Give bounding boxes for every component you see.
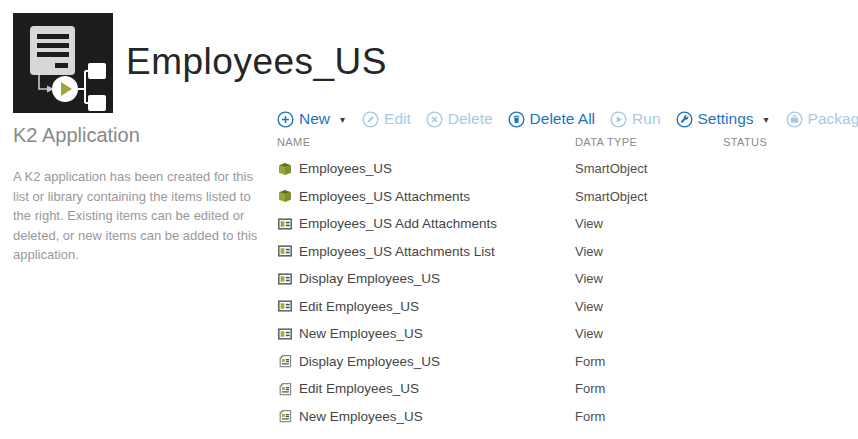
item-name: Employees_US Add Attachments	[299, 216, 497, 231]
table-row[interactable]: Employees_US Add Attachments View	[277, 210, 852, 238]
table-row[interactable]: New Employees_US Form	[277, 403, 852, 431]
view-icon	[277, 326, 293, 342]
new-button[interactable]: New ▾	[277, 110, 347, 128]
delete-all-button-label: Delete All	[530, 110, 595, 128]
page-title: Employees_US	[126, 41, 387, 83]
toolbar: New ▾ Edit Delete Delete All Run	[277, 110, 858, 128]
plus-circle-icon	[277, 111, 294, 128]
table-row[interactable]: New Employees_US View	[277, 320, 852, 348]
item-data-type: View	[575, 326, 723, 341]
delete-button-label: Delete	[448, 110, 493, 128]
item-data-type: Form	[575, 409, 723, 424]
form-icon	[277, 353, 293, 369]
chevron-down-icon[interactable]: ▾	[338, 112, 347, 127]
item-name: Edit Employees_US	[299, 299, 419, 314]
item-name: Display Employees_US	[299, 271, 440, 286]
run-button[interactable]: Run	[610, 110, 660, 128]
item-name: Employees_US Attachments List	[299, 244, 495, 259]
smartobject-icon	[277, 161, 293, 177]
view-icon	[277, 216, 293, 232]
package-button[interactable]: Package	[786, 110, 858, 128]
item-data-type: View	[575, 244, 723, 259]
new-button-label: New	[299, 110, 330, 128]
view-icon	[277, 298, 293, 314]
pencil-circle-icon	[362, 111, 379, 128]
column-header-data-type: DATA TYPE	[575, 136, 723, 148]
settings-button[interactable]: Settings ▾	[676, 110, 771, 128]
table-row[interactable]: Employees_US SmartObject	[277, 155, 852, 183]
x-circle-icon	[426, 111, 443, 128]
settings-button-label: Settings	[698, 110, 754, 128]
delete-all-button[interactable]: Delete All	[508, 110, 595, 128]
edit-button[interactable]: Edit	[362, 110, 411, 128]
delete-button[interactable]: Delete	[426, 110, 493, 128]
item-name: Employees_US Attachments	[299, 189, 470, 204]
item-name: Edit Employees_US	[299, 381, 419, 396]
table-row[interactable]: Edit Employees_US View	[277, 293, 852, 321]
chevron-down-icon[interactable]: ▾	[762, 112, 771, 127]
k2-application-page: Employees_US K2 Application A K2 applica…	[0, 0, 858, 439]
view-icon	[277, 243, 293, 259]
item-data-type: SmartObject	[575, 189, 723, 204]
table-row[interactable]: Employees_US Attachments SmartObject	[277, 183, 852, 211]
table-header-row: NAME DATA TYPE STATUS	[277, 136, 852, 148]
item-data-type: View	[575, 216, 723, 231]
trash-circle-icon	[508, 111, 525, 128]
smartobject-icon	[277, 188, 293, 204]
item-data-type: View	[575, 271, 723, 286]
sidebar: K2 Application A K2 application has been…	[13, 124, 267, 265]
item-name: New Employees_US	[299, 409, 423, 424]
table-row[interactable]: Display Employees_US Form	[277, 348, 852, 376]
sidebar-heading: K2 Application	[13, 124, 267, 147]
wrench-circle-icon	[676, 111, 693, 128]
view-icon	[277, 271, 293, 287]
item-name: Display Employees_US	[299, 354, 440, 369]
item-data-type: Form	[575, 354, 723, 369]
form-icon	[277, 408, 293, 424]
column-header-name: NAME	[277, 136, 575, 148]
form-icon	[277, 381, 293, 397]
table-row[interactable]: Edit Employees_US Form	[277, 375, 852, 403]
item-data-type: Form	[575, 381, 723, 396]
item-name: Employees_US	[299, 161, 392, 176]
item-data-type: SmartObject	[575, 161, 723, 176]
run-button-label: Run	[632, 110, 660, 128]
package-circle-icon	[786, 111, 803, 128]
edit-button-label: Edit	[384, 110, 411, 128]
sidebar-description: A K2 application has been created for th…	[13, 167, 267, 265]
column-header-status: STATUS	[723, 136, 852, 148]
table-row[interactable]: Employees_US Attachments List View	[277, 238, 852, 266]
table-row[interactable]: Display Employees_US View	[277, 265, 852, 293]
item-name: New Employees_US	[299, 326, 423, 341]
play-circle-icon	[610, 111, 627, 128]
package-button-label: Package	[808, 110, 858, 128]
application-items-table: NAME DATA TYPE STATUS Employees_US Smart…	[277, 136, 852, 430]
k2-application-workflow-icon	[13, 13, 113, 113]
item-data-type: View	[575, 299, 723, 314]
